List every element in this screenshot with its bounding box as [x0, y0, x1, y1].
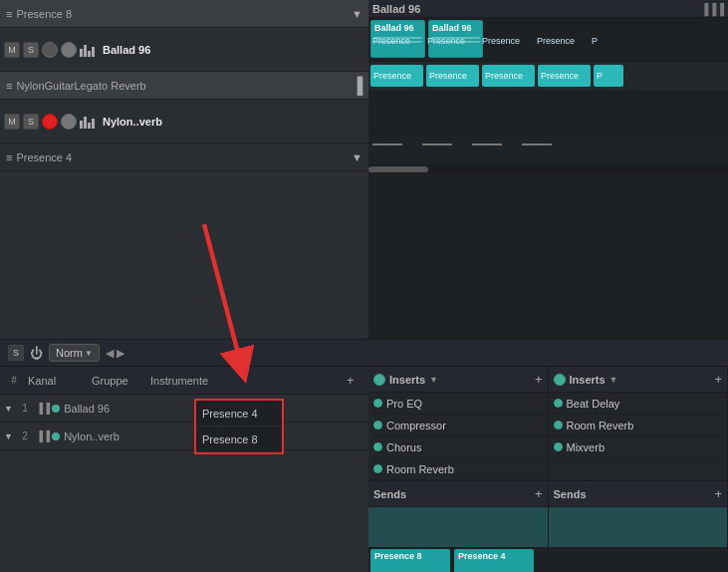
- pclip-1[interactable]: Presence: [370, 65, 423, 87]
- presence-lbl-3: Presence: [480, 36, 533, 54]
- pclip-4[interactable]: Presence: [538, 65, 591, 87]
- pclip-5[interactable]: P: [594, 65, 623, 87]
- insert-label-chorus: Chorus: [386, 441, 421, 453]
- sclip-line-4: [522, 143, 552, 145]
- clip-label-1: Ballad 96: [371, 21, 424, 35]
- insert-item-pro-eq[interactable]: Pro EQ: [368, 393, 548, 415]
- sends-plus-1[interactable]: +: [535, 486, 543, 501]
- monitor-btn-1[interactable]: [42, 42, 58, 58]
- insert-dropdown-2[interactable]: ▼: [609, 375, 618, 385]
- insert-plus-2[interactable]: +: [714, 372, 722, 387]
- insert-col1-header: Inserts ▼ +: [368, 367, 548, 393]
- insert-col2-header: Inserts ▼ +: [549, 367, 728, 393]
- track1-sublabel-text: Presence 8: [16, 8, 72, 20]
- insert-item-beat-delay[interactable]: Beat Delay: [549, 393, 728, 415]
- insert-plus-1[interactable]: +: [535, 372, 543, 387]
- insert-item-mixverb[interactable]: Mixverb: [549, 436, 728, 458]
- track-row-2: M S Nylon..verb: [0, 100, 368, 143]
- sclip-line-2: [422, 143, 452, 145]
- sends-header-2: Sends +: [549, 481, 728, 507]
- insert-col-2: Inserts ▼ + Beat Delay Room Reverb Mixve…: [549, 367, 729, 480]
- pclip-2[interactable]: Presence: [426, 65, 479, 87]
- insert-item-compressor[interactable]: Compressor: [368, 415, 548, 436]
- mode-bar-extra: ◀ ▶: [106, 347, 124, 360]
- sends-label-1: Sends: [373, 488, 406, 500]
- power-chorus[interactable]: [373, 442, 382, 451]
- presence-lbl-1: Presence: [370, 36, 423, 54]
- row1-track-icons: ▐▐: [36, 403, 60, 414]
- mute-btn-1[interactable]: M: [4, 42, 20, 58]
- insert-col-1: Inserts ▼ + Pro EQ Compressor Chorus: [368, 367, 549, 480]
- bottom-section: # Kanal Gruppe Instrumente + ▼ 1 ▐▐ Ball…: [0, 367, 728, 572]
- insert-label-room-reverb: Room Reverb: [386, 463, 454, 475]
- power-room-reverb2[interactable]: [554, 421, 563, 429]
- insert-item-room-reverb2[interactable]: Room Reverb: [549, 415, 728, 436]
- mode-label: Norm: [56, 347, 83, 359]
- solo-btn-2[interactable]: S: [23, 114, 39, 130]
- power-btn-1[interactable]: [373, 374, 385, 386]
- popup-item-presence8[interactable]: Presence 8: [196, 427, 282, 452]
- arm-btn-1[interactable]: [61, 42, 77, 58]
- sends-plus-2[interactable]: +: [714, 486, 722, 501]
- mixer-row-1[interactable]: ▼ 1 ▐▐ Ballad 96: [0, 395, 368, 423]
- presence-lbl-4: Presence: [535, 36, 588, 54]
- monitor-btn-2[interactable]: [61, 114, 77, 130]
- second-presence-row: [368, 136, 728, 165]
- power-mixverb[interactable]: [554, 442, 563, 451]
- arr-bar-label: Ballad 96 ▐▐▐: [368, 0, 728, 18]
- popup-item-label-1: Presence 4: [202, 408, 258, 420]
- presence-labels-row: Presence Presence Presence Presence P: [370, 36, 728, 54]
- insert-label-beat-delay: Beat Delay: [567, 398, 620, 410]
- sends-col-1: Sends +: [368, 481, 549, 547]
- mixer-header: # Kanal Gruppe Instrumente +: [0, 367, 368, 395]
- solo-btn-1[interactable]: S: [23, 42, 39, 58]
- insert-item-room-reverb[interactable]: Room Reverb: [368, 458, 548, 480]
- insert-label-mixverb: Mixverb: [567, 441, 606, 453]
- power-room-reverb[interactable]: [373, 464, 382, 473]
- row1-waveform: ▐▐: [36, 403, 50, 414]
- mixer-left: # Kanal Gruppe Instrumente + ▼ 1 ▐▐ Ball…: [0, 367, 368, 572]
- power-pro-eq[interactable]: [373, 399, 382, 408]
- insert-item-chorus[interactable]: Chorus: [368, 436, 548, 458]
- pclip-3[interactable]: Presence: [482, 65, 535, 87]
- insert-header-label-1: Inserts: [389, 374, 425, 386]
- track2-name: Nylon..verb: [103, 116, 162, 128]
- level-icon-2: ▐: [352, 77, 363, 95]
- mute-btn-2[interactable]: M: [4, 114, 20, 130]
- sends-body-1: [368, 507, 548, 547]
- col-num-header: #: [4, 375, 24, 386]
- popup-item-label-2: Presence 8: [202, 433, 258, 445]
- mode-dropdown[interactable]: Norm ▼: [49, 344, 100, 362]
- presence-lbl-2: Presence: [425, 36, 478, 54]
- insert-label-compressor: Compressor: [386, 420, 446, 431]
- row1-num: 1: [18, 403, 32, 414]
- rec-btn-2[interactable]: [42, 114, 58, 130]
- waveform-icon-2: [80, 115, 100, 129]
- presence-preview-1[interactable]: Presence 8: [370, 549, 450, 573]
- presence-preview-2[interactable]: Presence 4: [454, 549, 534, 573]
- insert-dropdown-1[interactable]: ▼: [429, 375, 438, 385]
- power-beat-delay[interactable]: [554, 399, 563, 408]
- sends-col-2: Sends +: [549, 481, 729, 547]
- popup-item-presence4[interactable]: Presence 4: [196, 401, 282, 427]
- presence-row-1: Presence Presence Presence Presence P: [368, 62, 728, 92]
- mode-bar: S ⏻ Norm ▼ ◀ ▶: [0, 339, 728, 367]
- arrangement: Ballad 96 ▐▐▐ Ballad 96 Ballad 96 Presen…: [368, 0, 728, 339]
- row2-waveform: ▐▐: [36, 430, 50, 441]
- mixer-row-2[interactable]: ▼ 2 ▐▐ Nylon..verb: [0, 423, 368, 450]
- track2-sublabel: ≡ NylonGuitarLegato Reverb ▐: [0, 72, 368, 100]
- arr-ruler: ▐▐▐: [701, 3, 724, 15]
- row2-dot: [52, 432, 60, 440]
- arrangement-scrollbar[interactable]: [368, 165, 728, 173]
- top-section: ≡ Presence 8 ▼ M S Ballad 96 ≡ NylonGuit…: [0, 0, 728, 339]
- col-add-btn[interactable]: +: [347, 373, 364, 388]
- mode-s-btn[interactable]: S: [8, 345, 24, 361]
- col-gruppe-header: Gruppe: [92, 375, 146, 387]
- power-compressor[interactable]: [373, 421, 382, 429]
- chevron-icon1[interactable]: ▼: [352, 8, 363, 20]
- waveform-icon-1: [80, 43, 100, 57]
- chevron-icon2[interactable]: ▼: [352, 151, 363, 163]
- sends-section: Sends + Sends +: [368, 481, 728, 547]
- power-btn-2[interactable]: [554, 374, 566, 386]
- power-icon[interactable]: ⏻: [30, 346, 43, 361]
